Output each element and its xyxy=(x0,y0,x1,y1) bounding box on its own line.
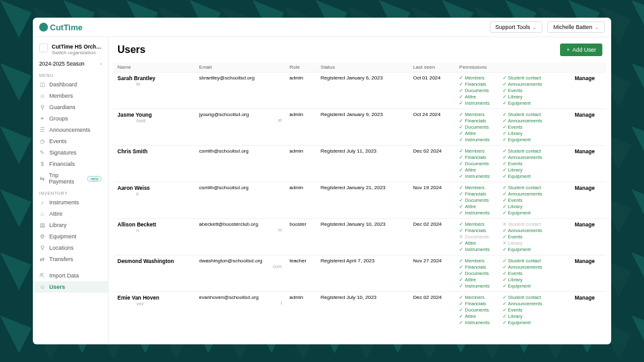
user-menu-button[interactable]: Michelle Batten ⌄ xyxy=(547,21,605,33)
sidebar-item-trip-payments[interactable]: ⇆Trip Paymentsnew xyxy=(33,170,108,187)
check-icon: ✓ xyxy=(459,295,463,300)
perm-attire: ✓Attire xyxy=(459,167,489,173)
check-icon: ✓ xyxy=(503,277,507,283)
check-icon: ✓ xyxy=(503,124,507,130)
user-last-seen: Nov 27 2024 xyxy=(409,255,455,292)
sidebar-item-label: Locations xyxy=(49,245,74,251)
import data-icon: ⇱ xyxy=(39,272,45,279)
user-email: sbrantley@schoolisd.org xyxy=(199,75,282,81)
sidebar-item-transfers[interactable]: ⇄Transfers xyxy=(33,254,108,265)
user-role: admin xyxy=(285,182,316,219)
perm-members: ✓Members xyxy=(459,112,489,117)
user-role: admin xyxy=(285,109,316,146)
sidebar-item-guardians[interactable]: ⚲Guardians xyxy=(33,102,108,113)
sidebar-item-events[interactable]: ◷Events xyxy=(33,136,108,147)
sidebar-item-groups[interactable]: ⚭Groups xyxy=(33,113,108,124)
season-selector[interactable]: 2024-2025 Season › xyxy=(33,58,108,69)
check-icon: ✓ xyxy=(503,112,507,117)
perm-events: ✓Events xyxy=(503,197,542,203)
perm-attire: ✓Attire xyxy=(459,313,489,319)
sidebar-item-label: Users xyxy=(49,284,65,290)
user-name: Desmond Washington xyxy=(117,258,191,264)
check-icon: ✓ xyxy=(503,295,507,300)
plus-icon: + xyxy=(566,47,569,53)
support-tools-button[interactable]: Support Tools ⌄ xyxy=(490,21,543,33)
perm-members: ✓Members xyxy=(459,75,489,81)
check-icon: ✓ xyxy=(503,137,507,143)
groups-icon: ⚭ xyxy=(39,115,45,122)
check-icon: ✓ xyxy=(459,301,463,307)
perm-members: ✓Members xyxy=(459,185,489,190)
user-email: abeckett@boosterclub.org xyxy=(199,221,282,227)
manage-link[interactable]: Manage xyxy=(575,221,595,228)
perm-library: ✓Library xyxy=(503,167,542,173)
perm-announcements: ✓Announcements xyxy=(503,301,542,307)
perm-documents: ✓Documents xyxy=(459,197,489,203)
perm-equipment: ✓Equipment xyxy=(503,173,542,179)
sidebar-item-equipment[interactable]: ⚙Equipment xyxy=(33,231,108,242)
perm-announcements: ✓Announcements xyxy=(503,155,542,160)
check-icon: ✓ xyxy=(459,221,463,227)
signatures-icon: ✎ xyxy=(39,149,45,156)
perm-library: ✕Library xyxy=(503,240,542,246)
check-icon: ✓ xyxy=(459,247,463,252)
logo[interactable]: CutTime xyxy=(39,23,83,32)
table-row: Chris Smith csmith@schoolisd.org admin R… xyxy=(114,146,606,182)
sidebar-item-members[interactable]: ☺Members xyxy=(33,90,108,102)
sidebar-item-dashboard[interactable]: ◫Dashboard xyxy=(33,79,108,90)
sidebar-item-label: Attire xyxy=(49,211,63,217)
perm-instruments: ✓Instruments xyxy=(459,247,489,252)
x-icon: ✕ xyxy=(503,240,507,246)
col-name: Name xyxy=(114,62,195,73)
manage-link[interactable]: Manage xyxy=(575,148,595,155)
sidebar-item-announcements[interactable]: ☰Announcements xyxy=(33,124,108,136)
attire-icon: ⌂ xyxy=(39,211,45,217)
org-switcher[interactable]: CutTime HS Orchestra... Switch organizat… xyxy=(33,41,108,58)
perm-financials: ✓Financials xyxy=(459,118,489,124)
add-user-button[interactable]: + Add User xyxy=(560,44,602,56)
user-last-seen: Dec 02 2024 xyxy=(409,146,455,182)
check-icon: ✓ xyxy=(459,204,463,209)
manage-link[interactable]: Manage xyxy=(575,295,595,301)
sidebar-item-label: Library xyxy=(49,222,67,228)
user-status: Registered January 9, 2023 xyxy=(317,109,409,146)
perm-attire: ✓Attire xyxy=(459,240,489,246)
chevron-down-icon: ⌄ xyxy=(532,25,537,30)
check-icon: ✓ xyxy=(503,313,507,319)
sidebar-item-attire[interactable]: ⌂Attire xyxy=(33,208,108,219)
sidebar-item-import-data[interactable]: ⇱Import Data xyxy=(33,270,108,281)
sidebar-item-locations[interactable]: ⚲Locations xyxy=(33,242,108,254)
sidebar-item-signatures[interactable]: ✎Signatures xyxy=(33,147,108,158)
perm-events: ✓Events xyxy=(503,271,542,276)
sidebar-item-label: Financials xyxy=(49,161,75,167)
check-icon: ✓ xyxy=(459,173,463,179)
check-icon: ✓ xyxy=(459,148,463,154)
perm-equipment: ✓Equipment xyxy=(503,283,542,289)
sidebar-item-label: Events xyxy=(49,138,67,144)
check-icon: ✓ xyxy=(459,81,463,87)
perm-studentContact: ✓Student contact xyxy=(503,295,542,300)
sidebar-item-financials[interactable]: $Financials xyxy=(33,158,108,170)
sidebar-item-instruments[interactable]: ♪Instruments xyxy=(33,197,108,208)
guardians-icon: ⚲ xyxy=(39,104,45,110)
check-icon: ✓ xyxy=(459,100,463,106)
user-last-seen: Nov 19 2024 xyxy=(409,182,455,219)
check-icon: ✓ xyxy=(503,271,507,276)
manage-link[interactable]: Manage xyxy=(575,75,595,81)
user-last-seen: Oct 01 2024 xyxy=(409,73,455,109)
manage-link[interactable]: Manage xyxy=(575,258,595,264)
user-last-seen: Dec 02 2024 xyxy=(409,219,455,255)
sidebar-item-library[interactable]: ▤Library xyxy=(33,219,108,231)
manage-link[interactable]: Manage xyxy=(575,185,595,191)
manage-link[interactable]: Manage xyxy=(575,112,595,118)
table-row: Jasme YoungNeill jyoung@schoolisd.orget … xyxy=(114,109,606,146)
sidebar-item-users[interactable]: ☺Users xyxy=(33,281,108,293)
user-email: dwashington@schoolisd.org xyxy=(199,258,282,264)
locations-icon: ⚲ xyxy=(39,245,45,251)
user-email: jyoung@schoolisd.org xyxy=(199,112,282,117)
perm-library: ✓Library xyxy=(503,131,542,136)
perm-documents: ✓Documents xyxy=(459,88,489,93)
org-icon xyxy=(39,44,48,52)
perm-instruments: ✓Instruments xyxy=(459,137,489,143)
check-icon: ✓ xyxy=(503,185,507,190)
